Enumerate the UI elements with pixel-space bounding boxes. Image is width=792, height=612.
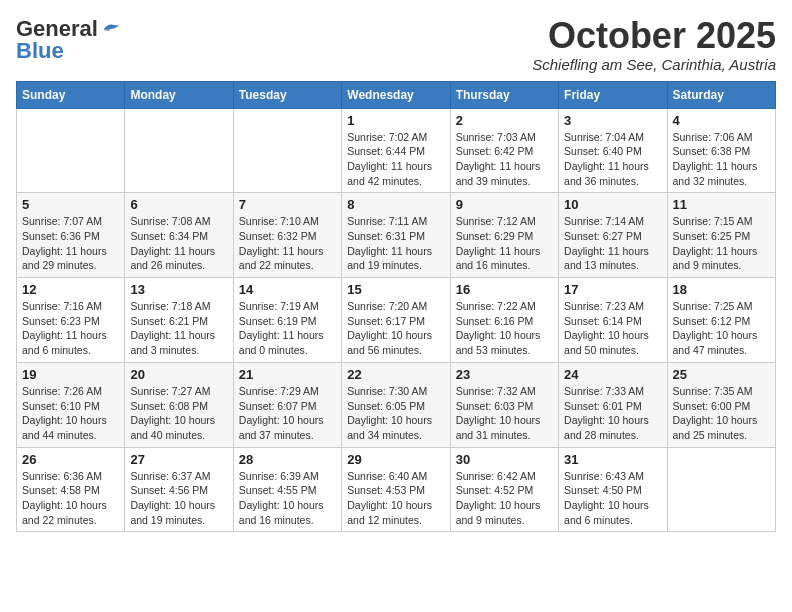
day-info: Sunrise: 7:23 AM Sunset: 6:14 PM Dayligh… (564, 299, 661, 358)
day-number: 31 (564, 452, 661, 467)
day-number: 26 (22, 452, 119, 467)
day-number: 24 (564, 367, 661, 382)
day-number: 28 (239, 452, 336, 467)
calendar-cell: 4Sunrise: 7:06 AM Sunset: 6:38 PM Daylig… (667, 108, 775, 193)
calendar-cell: 1Sunrise: 7:02 AM Sunset: 6:44 PM Daylig… (342, 108, 450, 193)
calendar-cell: 27Sunrise: 6:37 AM Sunset: 4:56 PM Dayli… (125, 447, 233, 532)
day-number: 4 (673, 113, 770, 128)
day-number: 11 (673, 197, 770, 212)
week-row-1: 1Sunrise: 7:02 AM Sunset: 6:44 PM Daylig… (17, 108, 776, 193)
day-number: 16 (456, 282, 553, 297)
day-info: Sunrise: 7:35 AM Sunset: 6:00 PM Dayligh… (673, 384, 770, 443)
day-info: Sunrise: 7:10 AM Sunset: 6:32 PM Dayligh… (239, 214, 336, 273)
calendar-cell: 12Sunrise: 7:16 AM Sunset: 6:23 PM Dayli… (17, 278, 125, 363)
page-header: General Blue October 2025 Schiefling am … (16, 16, 776, 73)
calendar-cell: 8Sunrise: 7:11 AM Sunset: 6:31 PM Daylig… (342, 193, 450, 278)
days-of-week-row: SundayMondayTuesdayWednesdayThursdayFrid… (17, 81, 776, 108)
day-of-week-tuesday: Tuesday (233, 81, 341, 108)
day-number: 10 (564, 197, 661, 212)
day-info: Sunrise: 6:40 AM Sunset: 4:53 PM Dayligh… (347, 469, 444, 528)
day-info: Sunrise: 7:20 AM Sunset: 6:17 PM Dayligh… (347, 299, 444, 358)
logo: General Blue (16, 16, 122, 64)
day-number: 7 (239, 197, 336, 212)
day-info: Sunrise: 6:37 AM Sunset: 4:56 PM Dayligh… (130, 469, 227, 528)
day-of-week-monday: Monday (125, 81, 233, 108)
calendar-cell: 17Sunrise: 7:23 AM Sunset: 6:14 PM Dayli… (559, 278, 667, 363)
day-info: Sunrise: 6:39 AM Sunset: 4:55 PM Dayligh… (239, 469, 336, 528)
calendar-cell: 11Sunrise: 7:15 AM Sunset: 6:25 PM Dayli… (667, 193, 775, 278)
calendar-cell: 3Sunrise: 7:04 AM Sunset: 6:40 PM Daylig… (559, 108, 667, 193)
day-number: 27 (130, 452, 227, 467)
day-number: 18 (673, 282, 770, 297)
day-info: Sunrise: 7:29 AM Sunset: 6:07 PM Dayligh… (239, 384, 336, 443)
day-of-week-friday: Friday (559, 81, 667, 108)
calendar-cell: 7Sunrise: 7:10 AM Sunset: 6:32 PM Daylig… (233, 193, 341, 278)
calendar-cell: 5Sunrise: 7:07 AM Sunset: 6:36 PM Daylig… (17, 193, 125, 278)
week-row-4: 19Sunrise: 7:26 AM Sunset: 6:10 PM Dayli… (17, 362, 776, 447)
calendar-cell: 10Sunrise: 7:14 AM Sunset: 6:27 PM Dayli… (559, 193, 667, 278)
day-info: Sunrise: 7:30 AM Sunset: 6:05 PM Dayligh… (347, 384, 444, 443)
day-info: Sunrise: 7:12 AM Sunset: 6:29 PM Dayligh… (456, 214, 553, 273)
month-title: October 2025 (532, 16, 776, 56)
day-number: 12 (22, 282, 119, 297)
day-info: Sunrise: 7:02 AM Sunset: 6:44 PM Dayligh… (347, 130, 444, 189)
calendar-cell: 30Sunrise: 6:42 AM Sunset: 4:52 PM Dayli… (450, 447, 558, 532)
day-number: 6 (130, 197, 227, 212)
calendar-cell: 14Sunrise: 7:19 AM Sunset: 6:19 PM Dayli… (233, 278, 341, 363)
calendar-cell (667, 447, 775, 532)
calendar-cell: 2Sunrise: 7:03 AM Sunset: 6:42 PM Daylig… (450, 108, 558, 193)
day-info: Sunrise: 7:33 AM Sunset: 6:01 PM Dayligh… (564, 384, 661, 443)
week-row-5: 26Sunrise: 6:36 AM Sunset: 4:58 PM Dayli… (17, 447, 776, 532)
day-number: 1 (347, 113, 444, 128)
logo-bird-icon (100, 21, 122, 37)
logo-blue-text: Blue (16, 38, 64, 64)
calendar-cell: 20Sunrise: 7:27 AM Sunset: 6:08 PM Dayli… (125, 362, 233, 447)
day-number: 29 (347, 452, 444, 467)
calendar-cell: 26Sunrise: 6:36 AM Sunset: 4:58 PM Dayli… (17, 447, 125, 532)
day-number: 23 (456, 367, 553, 382)
day-of-week-saturday: Saturday (667, 81, 775, 108)
day-number: 25 (673, 367, 770, 382)
calendar-cell: 23Sunrise: 7:32 AM Sunset: 6:03 PM Dayli… (450, 362, 558, 447)
calendar-cell: 25Sunrise: 7:35 AM Sunset: 6:00 PM Dayli… (667, 362, 775, 447)
calendar-cell: 28Sunrise: 6:39 AM Sunset: 4:55 PM Dayli… (233, 447, 341, 532)
calendar-cell: 15Sunrise: 7:20 AM Sunset: 6:17 PM Dayli… (342, 278, 450, 363)
calendar-cell: 18Sunrise: 7:25 AM Sunset: 6:12 PM Dayli… (667, 278, 775, 363)
day-number: 20 (130, 367, 227, 382)
title-block: October 2025 Schiefling am See, Carinthi… (532, 16, 776, 73)
calendar-cell: 22Sunrise: 7:30 AM Sunset: 6:05 PM Dayli… (342, 362, 450, 447)
day-info: Sunrise: 7:15 AM Sunset: 6:25 PM Dayligh… (673, 214, 770, 273)
calendar-cell: 29Sunrise: 6:40 AM Sunset: 4:53 PM Dayli… (342, 447, 450, 532)
calendar-cell: 24Sunrise: 7:33 AM Sunset: 6:01 PM Dayli… (559, 362, 667, 447)
day-info: Sunrise: 6:36 AM Sunset: 4:58 PM Dayligh… (22, 469, 119, 528)
day-info: Sunrise: 7:04 AM Sunset: 6:40 PM Dayligh… (564, 130, 661, 189)
day-info: Sunrise: 7:27 AM Sunset: 6:08 PM Dayligh… (130, 384, 227, 443)
day-info: Sunrise: 7:18 AM Sunset: 6:21 PM Dayligh… (130, 299, 227, 358)
day-number: 21 (239, 367, 336, 382)
calendar-cell: 31Sunrise: 6:43 AM Sunset: 4:50 PM Dayli… (559, 447, 667, 532)
day-number: 8 (347, 197, 444, 212)
calendar-cell: 6Sunrise: 7:08 AM Sunset: 6:34 PM Daylig… (125, 193, 233, 278)
calendar-cell (17, 108, 125, 193)
day-of-week-thursday: Thursday (450, 81, 558, 108)
day-of-week-wednesday: Wednesday (342, 81, 450, 108)
day-number: 3 (564, 113, 661, 128)
day-info: Sunrise: 7:08 AM Sunset: 6:34 PM Dayligh… (130, 214, 227, 273)
day-number: 30 (456, 452, 553, 467)
calendar-table: SundayMondayTuesdayWednesdayThursdayFrid… (16, 81, 776, 533)
day-info: Sunrise: 6:42 AM Sunset: 4:52 PM Dayligh… (456, 469, 553, 528)
day-info: Sunrise: 7:07 AM Sunset: 6:36 PM Dayligh… (22, 214, 119, 273)
subtitle: Schiefling am See, Carinthia, Austria (532, 56, 776, 73)
calendar-cell (233, 108, 341, 193)
day-info: Sunrise: 7:14 AM Sunset: 6:27 PM Dayligh… (564, 214, 661, 273)
day-of-week-sunday: Sunday (17, 81, 125, 108)
day-info: Sunrise: 7:22 AM Sunset: 6:16 PM Dayligh… (456, 299, 553, 358)
day-number: 5 (22, 197, 119, 212)
day-info: Sunrise: 7:19 AM Sunset: 6:19 PM Dayligh… (239, 299, 336, 358)
day-info: Sunrise: 7:25 AM Sunset: 6:12 PM Dayligh… (673, 299, 770, 358)
day-number: 22 (347, 367, 444, 382)
day-number: 9 (456, 197, 553, 212)
calendar-header: SundayMondayTuesdayWednesdayThursdayFrid… (17, 81, 776, 108)
day-info: Sunrise: 7:16 AM Sunset: 6:23 PM Dayligh… (22, 299, 119, 358)
day-info: Sunrise: 7:32 AM Sunset: 6:03 PM Dayligh… (456, 384, 553, 443)
